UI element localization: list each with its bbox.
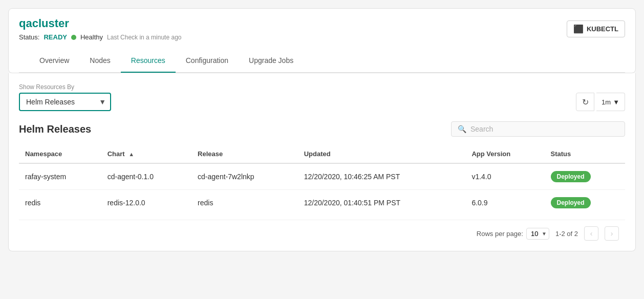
- col-chart-label: Chart: [108, 150, 125, 158]
- cell-app-version-0: v1.4.0: [465, 163, 544, 190]
- cell-status-0: Deployed: [545, 163, 625, 190]
- search-input[interactable]: [470, 125, 618, 133]
- cell-updated-0: 12/20/2020, 10:46:25 AM PST: [298, 163, 466, 190]
- search-box: 🔍: [451, 121, 625, 137]
- interval-arrow-icon: ▼: [613, 98, 619, 106]
- cluster-status-row: Status: READY Healthy Last Check in a mi…: [19, 33, 181, 41]
- tab-upgrade-jobs[interactable]: Upgrade Jobs: [239, 49, 304, 73]
- table-header-row: Namespace Chart ▲ Release Updated App Ve…: [19, 145, 625, 163]
- col-chart[interactable]: Chart ▲: [101, 145, 191, 163]
- sort-icon: ▲: [128, 151, 134, 157]
- rows-per-page-label: Rows per page:: [477, 230, 523, 238]
- cell-release-1: redis: [191, 190, 298, 216]
- refresh-bar: ↻ 1m ▼: [576, 93, 625, 111]
- table-body: rafay-system cd-agent-0.1.0 cd-agent-7w2…: [19, 163, 625, 216]
- page-wrapper: qacluster Status: READY Healthy Last Che…: [0, 0, 644, 299]
- tab-resources[interactable]: Resources: [121, 49, 176, 73]
- rows-per-page-group: Rows per page: 5 10 25 50 ▼: [477, 228, 549, 240]
- status-label: Status:: [19, 33, 39, 41]
- main-content: Show Resources By Helm Releases Deployme…: [8, 73, 636, 251]
- helm-releases-table: Namespace Chart ▲ Release Updated App Ve…: [19, 145, 625, 216]
- cell-namespace-1: redis: [19, 190, 101, 216]
- cell-release-0: cd-agent-7w2lnkp: [191, 163, 298, 190]
- tabs-container: Overview Nodes Resources Configuration U…: [19, 49, 625, 73]
- col-updated: Updated: [298, 145, 466, 163]
- col-namespace: Namespace: [19, 145, 101, 163]
- col-app-version: App Version: [465, 145, 544, 163]
- rows-per-page-select[interactable]: 5 10 25 50: [526, 228, 549, 240]
- page-info: 1-2 of 2: [555, 230, 578, 238]
- interval-button[interactable]: 1m ▼: [596, 93, 625, 111]
- pagination: Rows per page: 5 10 25 50 ▼ 1-2 of 2 ‹ ›: [19, 220, 625, 241]
- cluster-card: qacluster Status: READY Healthy Last Che…: [8, 8, 636, 73]
- kubectl-label: KUBECTL: [587, 25, 618, 33]
- col-release: Release: [191, 145, 298, 163]
- status-badge-1: Deployed: [551, 197, 591, 208]
- status-badge-0: Deployed: [551, 171, 591, 182]
- resources-selector-group: Show Resources By Helm Releases Deployme…: [19, 83, 111, 111]
- next-page-button[interactable]: ›: [605, 226, 619, 241]
- table-row: redis redis-12.0.0 redis 12/20/2020, 01:…: [19, 190, 625, 216]
- cluster-name: qacluster: [19, 17, 181, 30]
- cluster-card-body: qacluster Status: READY Healthy Last Che…: [19, 17, 625, 49]
- rows-select-wrapper: 5 10 25 50 ▼: [526, 228, 549, 240]
- kubectl-button[interactable]: ⬛ KUBECTL: [567, 20, 625, 37]
- cell-app-version-1: 6.0.9: [465, 190, 544, 216]
- show-resources-label: Show Resources By: [19, 83, 111, 91]
- cell-namespace-0: rafay-system: [19, 163, 101, 190]
- tab-configuration[interactable]: Configuration: [176, 49, 239, 73]
- cell-updated-1: 12/20/2020, 01:40:51 PM PST: [298, 190, 466, 216]
- section-header: Helm Releases 🔍: [19, 121, 625, 137]
- cell-chart-0: cd-agent-0.1.0: [101, 163, 191, 190]
- tab-nodes[interactable]: Nodes: [79, 49, 120, 73]
- cell-chart-1: redis-12.0.0: [101, 190, 191, 216]
- health-dot-icon: [71, 35, 76, 40]
- table-row: rafay-system cd-agent-0.1.0 cd-agent-7w2…: [19, 163, 625, 190]
- search-icon: 🔍: [458, 125, 466, 133]
- resources-dropdown-wrapper: Helm Releases Deployments DaemonSets Sta…: [19, 93, 111, 111]
- toolbar: Show Resources By Helm Releases Deployme…: [19, 83, 625, 111]
- last-check-text: Last Check in a minute ago: [107, 34, 181, 41]
- resources-dropdown[interactable]: Helm Releases Deployments DaemonSets Sta…: [19, 93, 111, 111]
- status-value: READY: [44, 33, 67, 41]
- table-header: Namespace Chart ▲ Release Updated App Ve…: [19, 145, 625, 163]
- health-text: Healthy: [80, 33, 103, 41]
- cluster-info: qacluster Status: READY Healthy Last Che…: [19, 17, 181, 41]
- refresh-button[interactable]: ↻: [576, 93, 594, 111]
- interval-value: 1m: [602, 98, 611, 106]
- tab-overview[interactable]: Overview: [29, 49, 79, 73]
- section-title: Helm Releases: [19, 123, 91, 135]
- prev-page-button[interactable]: ‹: [584, 226, 598, 241]
- col-status: Status: [545, 145, 625, 163]
- terminal-icon: ⬛: [573, 24, 584, 34]
- cell-status-1: Deployed: [545, 190, 625, 216]
